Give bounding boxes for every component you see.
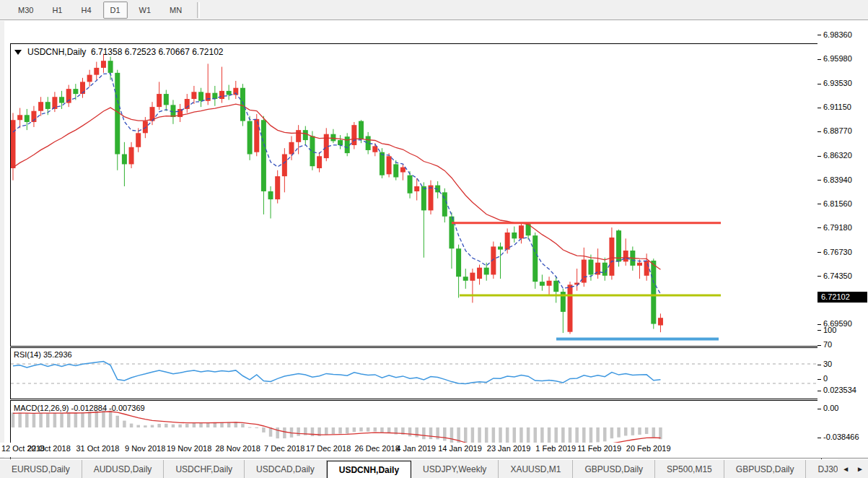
tab-usdcad-daily[interactable]: USDCAD,Daily: [245, 460, 327, 478]
price-axis-label: 6.93530: [823, 79, 852, 87]
rsi-axis-label: 0: [823, 374, 828, 383]
macd-indicator-label: MACD(12,26,9) -0.012884 -0.007369: [14, 404, 145, 412]
price-axis-tick: [817, 252, 821, 253]
tab-scroll-arrows: ◄ ►: [838, 459, 868, 478]
timeframe-button-w1[interactable]: W1: [132, 1, 159, 19]
macd-axis-tick: [817, 438, 821, 438]
date-axis[interactable]: 12 Oct 201822 Oct 201831 Oct 20189 Nov 2…: [0, 443, 868, 457]
candles-group: [11, 53, 663, 334]
tab-usdjpy-weekly[interactable]: USDJPY,Weekly: [411, 460, 499, 478]
price-axis-label: 6.95980: [823, 54, 852, 63]
rsi-canvas[interactable]: [11, 348, 821, 399]
timeframe-button-h4[interactable]: H4: [74, 1, 98, 19]
tab-gbpusd-daily[interactable]: GBPUSD,Daily: [573, 460, 655, 478]
price-axis-label: 6.76730: [823, 248, 852, 256]
price-axis[interactable]: 6.983606.959806.935306.911506.887706.863…: [817, 21, 868, 458]
tab-xauusd-m1[interactable]: XAUUSD,M1: [499, 460, 573, 478]
date-axis-label: 23 Jan 2019: [487, 444, 531, 453]
price-axis-tick: [817, 35, 821, 35]
macd-axis-label: 0.00: [823, 404, 838, 412]
timeframe-button-m30[interactable]: M30: [11, 1, 40, 19]
tab-usdcnh-daily[interactable]: USDCNH,Daily: [327, 461, 411, 478]
price-axis-label: 6.98360: [823, 30, 852, 39]
macd-axis-label: -0.038466: [823, 433, 859, 441]
chart-symbol-label: USDCNH,Daily: [27, 47, 86, 57]
date-axis-label: 4 Jan 2019: [396, 444, 435, 453]
rsi-line: [13, 362, 660, 384]
price-axis-label: 6.79180: [823, 223, 852, 232]
tab-sp500-m15[interactable]: SP500,M15: [655, 460, 724, 478]
date-axis-label: 20 Feb 2019: [626, 444, 671, 453]
price-axis-label: 6.88770: [823, 126, 852, 135]
rsi-indicator-panel[interactable]: [10, 347, 822, 399]
date-axis-label: 7 Dec 2018: [264, 444, 304, 453]
ma-slow-line: [13, 104, 660, 269]
ma-fast-line: [13, 74, 660, 294]
price-chart-canvas[interactable]: [11, 44, 821, 346]
rsi-axis-tick: [817, 365, 821, 365]
price-axis-tick: [817, 108, 821, 108]
chart-ohlc-values: 6.71358 6.72523 6.70667 6.72102: [91, 47, 224, 57]
date-axis-label: 22 Oct 2018: [27, 444, 71, 453]
price-axis-tick: [817, 227, 821, 228]
current-price-badge: 6.72102: [817, 292, 867, 303]
macd-axis-tick: [817, 409, 821, 409]
chart-title: USDCNH,Daily 6.71358 6.72523 6.70667 6.7…: [14, 47, 224, 57]
date-axis-label: 28 Nov 2018: [215, 444, 260, 453]
tab-audusd-daily[interactable]: AUDUSD,Daily: [82, 460, 165, 478]
price-axis-tick: [817, 324, 821, 325]
window-bottom-border: [0, 458, 868, 459]
tab-gbpusd-daily[interactable]: GBPUSD,Daily: [724, 460, 807, 478]
timeframe-toolbar: M30H1H4D1W1MN: [0, 0, 868, 20]
price-axis-tick: [817, 84, 821, 84]
chart-dropdown-icon[interactable]: [14, 50, 22, 55]
toolbar-separator: [197, 2, 200, 18]
tab-usdchf-daily[interactable]: USDCHF,Daily: [164, 460, 245, 478]
date-axis-label: 19 Nov 2018: [167, 444, 211, 453]
price-chart-panel[interactable]: [10, 43, 822, 347]
price-axis-label: 6.86320: [823, 151, 852, 160]
price-axis-label: 6.81560: [823, 199, 852, 208]
date-axis-label: 17 Dec 2018: [306, 444, 351, 453]
tab-scroll-right-icon[interactable]: ►: [856, 465, 864, 473]
date-axis-label: 11 Feb 2019: [577, 444, 621, 453]
rsi-axis-label: 100: [823, 326, 836, 334]
date-axis-label: 14 Jan 2019: [438, 444, 482, 453]
tab-eurusd-daily[interactable]: EURUSD,Daily: [0, 460, 82, 478]
price-axis-tick: [817, 180, 821, 181]
rsi-axis-tick: [817, 330, 821, 331]
chart-window: USDCNH,Daily 6.71358 6.72523 6.70667 6.7…: [0, 21, 868, 458]
timeframe-button-h1[interactable]: H1: [45, 1, 69, 19]
price-axis-label: 6.83940: [823, 175, 852, 184]
tab-scroll-left-icon[interactable]: ◄: [842, 465, 849, 473]
date-axis-label: 9 Nov 2018: [125, 444, 165, 453]
date-axis-label: 1 Feb 2019: [535, 444, 576, 453]
price-axis-label: 6.74350: [823, 271, 852, 280]
timeframe-button-d1[interactable]: D1: [103, 1, 128, 19]
symbol-tab-bar: EURUSD,DailyAUDUSD,DailyUSDCHF,DailyUSDC…: [0, 459, 868, 478]
rsi-indicator-label: RSI(14) 35.2936: [14, 350, 72, 359]
rsi-axis-label: 30: [823, 360, 832, 368]
rsi-axis-tick: [817, 345, 821, 346]
macd-axis-tick: [817, 391, 821, 391]
price-axis-tick: [817, 276, 821, 277]
price-axis-tick: [817, 59, 821, 60]
date-axis-label: 31 Oct 2018: [76, 444, 119, 453]
macd-axis-label: 0.023534: [823, 386, 856, 394]
price-axis-tick: [817, 156, 821, 157]
timeframe-button-mn[interactable]: MN: [162, 1, 189, 19]
rsi-axis-label: 70: [823, 340, 832, 349]
price-axis-label: 6.91150: [823, 103, 851, 111]
price-axis-tick: [817, 131, 821, 132]
rsi-axis-tick: [817, 379, 821, 380]
date-axis-label: 26 Dec 2018: [354, 444, 399, 453]
price-axis-tick: [817, 204, 821, 204]
trading-platform-window: M30H1H4D1W1MN USDCNH,Daily 6.71358 6.725…: [0, 0, 868, 478]
